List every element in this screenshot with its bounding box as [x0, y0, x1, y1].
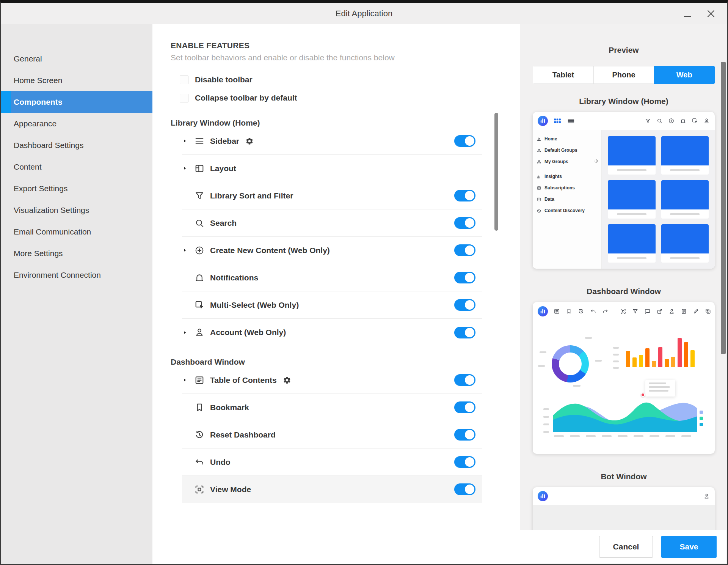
pencil-icon[interactable] — [693, 308, 699, 315]
toggle-library-sort-and-filter[interactable] — [454, 190, 475, 201]
feature-row-multi-select-web-only: Multi-Select (Web Only) — [182, 291, 482, 319]
toggle-knob — [465, 403, 474, 412]
copy-plus-icon[interactable] — [705, 308, 711, 315]
gear-icon[interactable] — [245, 137, 254, 145]
tile-caption — [661, 209, 709, 219]
filter-icon[interactable] — [645, 118, 651, 124]
bell-icon[interactable] — [680, 118, 686, 124]
clipboard-icon[interactable] — [681, 308, 687, 315]
sidebar-item-visualization-settings[interactable]: Visualization Settings — [1, 199, 152, 221]
person-icon[interactable] — [703, 493, 710, 499]
axis-label-dash — [634, 435, 643, 437]
search-icon[interactable] — [656, 118, 663, 124]
bar — [678, 338, 682, 367]
view-mode-icon[interactable] — [620, 308, 626, 315]
sidebar-item-components[interactable]: Components — [1, 91, 152, 113]
cancel-button[interactable]: Cancel — [599, 536, 653, 558]
history-icon[interactable] — [578, 308, 584, 315]
axis-label-dash — [543, 423, 549, 425]
preview-tab-tablet[interactable]: Tablet — [533, 66, 594, 84]
dialog-title: Edit Application — [336, 9, 392, 19]
library-nav-insights[interactable]: Insights — [537, 171, 598, 182]
sidebar-item-export-settings[interactable]: Export Settings — [1, 178, 152, 199]
checkbox-disable-toolbar[interactable] — [180, 76, 188, 84]
library-nav-default-groups[interactable]: Default Groups — [537, 145, 598, 156]
history-icon — [194, 430, 205, 440]
close-icon[interactable] — [706, 9, 716, 19]
axis-label-dash — [543, 408, 549, 410]
sidebar-item-general[interactable]: General — [1, 48, 152, 69]
tile-caption — [661, 165, 709, 175]
toggle-undo[interactable] — [454, 456, 475, 468]
toggle-notifications[interactable] — [454, 272, 475, 283]
person-icon[interactable] — [668, 308, 675, 315]
toggle-view-mode[interactable] — [454, 483, 475, 495]
checkbox-label: Collapse toolbar by default — [195, 93, 297, 102]
preview-tab-phone[interactable]: Phone — [594, 66, 654, 84]
filter-icon[interactable] — [632, 308, 639, 315]
share-icon[interactable] — [656, 308, 663, 315]
bar — [639, 355, 643, 367]
multi-select-icon[interactable] — [692, 118, 698, 124]
enable-features-subtitle: Set toolbar behaviors and enable or disa… — [171, 53, 520, 62]
axis-label-dash — [618, 435, 628, 437]
feature-row-table-of-contents: Table of Contents — [182, 367, 482, 394]
feature-label: Table of Contents — [210, 376, 277, 385]
sidebar-item-content[interactable]: Content — [1, 156, 152, 178]
caret-right-icon[interactable] — [182, 377, 188, 383]
preview-device-tabs: TabletPhoneWeb — [533, 66, 715, 84]
person-icon — [194, 327, 205, 338]
axis-label-dash — [602, 435, 612, 437]
sidebar-item-email-communication[interactable]: Email Communication — [1, 221, 152, 242]
axis-label-dash — [540, 351, 546, 353]
dashboard-preview-charts — [533, 320, 715, 454]
toggle-table-of-contents[interactable] — [454, 374, 475, 386]
minimize-icon[interactable] — [684, 9, 692, 18]
feature-label: Account (Web Only) — [210, 328, 286, 337]
library-nav-home[interactable]: Home — [537, 133, 598, 145]
gear-icon[interactable] — [283, 376, 291, 384]
library-window-preview: HomeDefault GroupsMy GroupsInsightsSubsc… — [533, 112, 715, 269]
toggle-knob — [465, 218, 474, 228]
library-nav-content-discovery[interactable]: Content Discovery — [537, 205, 598, 216]
person-icon[interactable] — [703, 118, 710, 124]
groups-icon — [537, 159, 541, 164]
content-scrollbar-thumb[interactable] — [494, 113, 498, 231]
library-nav-my-groups[interactable]: My Groups — [537, 156, 598, 167]
toggle-account-web-only[interactable] — [454, 327, 475, 338]
undo-icon[interactable] — [590, 308, 596, 315]
sidebar-item-environment-connection[interactable]: Environment Connection — [1, 264, 152, 286]
checkbox-row-collapse-toolbar-by-default: Collapse toolbar by default — [180, 89, 520, 107]
plus-circle-icon[interactable] — [668, 118, 675, 124]
feature-row-undo: Undo — [182, 449, 482, 476]
sidebar-item-dashboard-settings[interactable]: Dashboard Settings — [1, 134, 152, 156]
toggle-sidebar[interactable] — [454, 135, 475, 147]
sidebar-item-appearance[interactable]: Appearance — [1, 113, 152, 134]
plus-circle-icon[interactable] — [594, 159, 598, 163]
list-icon[interactable] — [567, 117, 575, 125]
preview-tab-web[interactable]: Web — [654, 66, 715, 84]
toggle-multi-select-web-only[interactable] — [454, 299, 475, 311]
caret-right-icon[interactable] — [182, 247, 188, 253]
redo-icon[interactable] — [602, 308, 609, 315]
checkbox-collapse-toolbar-by-default[interactable] — [180, 94, 188, 102]
save-button[interactable]: Save — [661, 536, 717, 558]
bookmark-icon[interactable] — [566, 308, 572, 315]
feature-rows: SidebarLayoutLibrary Sort and FilterSear… — [182, 127, 482, 346]
library-nav-data[interactable]: Data — [537, 194, 598, 205]
library-preview-title: Library Window (Home) — [520, 97, 727, 106]
window-scrollbar-thumb[interactable] — [721, 62, 726, 354]
caret-right-icon[interactable] — [182, 138, 188, 144]
comment-icon[interactable] — [644, 308, 651, 315]
toggle-bookmark[interactable] — [454, 401, 475, 413]
toggle-search[interactable] — [454, 217, 475, 229]
toc-icon[interactable] — [554, 308, 560, 315]
toggle-create-new-content-web-only[interactable] — [454, 244, 475, 256]
sidebar-item-more-settings[interactable]: More Settings — [1, 242, 152, 264]
grid-icon[interactable] — [553, 116, 562, 126]
sidebar-item-home-screen[interactable]: Home Screen — [1, 69, 152, 91]
toggle-reset-dashboard[interactable] — [454, 429, 475, 441]
library-nav-subscriptions[interactable]: Subscriptions — [537, 182, 598, 194]
caret-right-icon[interactable] — [182, 330, 188, 335]
caret-right-icon[interactable] — [182, 165, 188, 171]
